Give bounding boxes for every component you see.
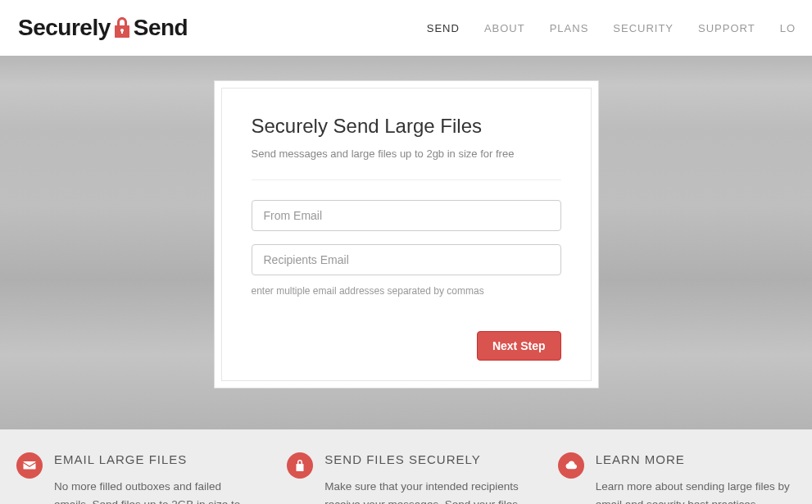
button-row: Next Step: [252, 331, 561, 361]
next-step-button[interactable]: Next Step: [477, 331, 561, 361]
nav-support[interactable]: SUPPORT: [698, 22, 755, 34]
feature-body: Learn more about sending large files by …: [596, 478, 796, 504]
feature-title: EMAIL LARGE FILES: [54, 452, 254, 466]
cloud-icon: [558, 452, 584, 479]
nav-security[interactable]: SECURITY: [613, 22, 674, 34]
from-email-input[interactable]: [252, 200, 561, 231]
header: Securely Send SEND ABOUT PLANS SECURITY …: [0, 0, 812, 56]
nav-login[interactable]: LO: [780, 22, 796, 34]
nav-send[interactable]: SEND: [427, 22, 460, 34]
logo[interactable]: Securely Send: [18, 15, 188, 41]
feature-title: SEND FILES SECURELY: [324, 452, 524, 466]
features-section: EMAIL LARGE FILES No more filled outboxe…: [0, 429, 812, 504]
feature-learn: LEARN MORE Learn more about sending larg…: [558, 452, 796, 504]
recipients-email-input[interactable]: [252, 244, 561, 275]
feature-secure: SEND FILES SECURELY Make sure that your …: [287, 452, 524, 504]
feature-body: No more filled outboxes and failed email…: [54, 478, 254, 504]
logo-text-part2: Send: [134, 15, 188, 41]
send-card-inner: Securely Send Large Files Send messages …: [221, 88, 592, 381]
card-title: Securely Send Large Files: [252, 115, 561, 138]
send-card: Securely Send Large Files Send messages …: [214, 80, 599, 388]
card-subtitle: Send messages and large files up to 2gb …: [252, 148, 561, 180]
nav-about[interactable]: ABOUT: [484, 22, 525, 34]
logo-text-part1: Securely: [18, 15, 111, 41]
main-nav: SEND ABOUT PLANS SECURITY SUPPORT LO: [427, 22, 796, 34]
nav-plans[interactable]: PLANS: [550, 22, 589, 34]
padlock-icon: [109, 15, 135, 41]
recipients-help-text: enter multiple email addresses separated…: [252, 285, 561, 297]
envelope-icon: [16, 452, 43, 479]
feature-email: EMAIL LARGE FILES No more filled outboxe…: [16, 452, 254, 504]
feature-title: LEARN MORE: [596, 452, 796, 466]
hero-section: Securely Send Large Files Send messages …: [0, 56, 812, 429]
feature-body: Make sure that your intended recipients …: [324, 478, 524, 504]
lock-icon: [287, 452, 313, 479]
